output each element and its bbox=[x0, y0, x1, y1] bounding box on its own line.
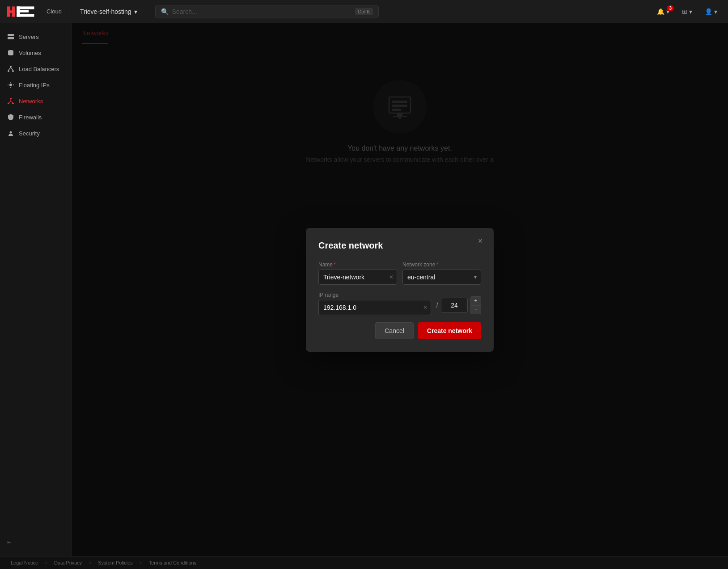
floating-ip-icon bbox=[7, 81, 14, 89]
sidebar-item-floating-ips[interactable]: Floating IPs bbox=[0, 77, 71, 93]
security-icon bbox=[7, 130, 14, 137]
sidebar-item-label: Networks bbox=[19, 98, 43, 105]
sidebar-item-networks[interactable]: Networks bbox=[0, 93, 71, 109]
cancel-button[interactable]: Cancel bbox=[375, 322, 414, 339]
svg-rect-4 bbox=[17, 6, 34, 9]
create-network-button[interactable]: Create network bbox=[418, 322, 481, 339]
content-area: Networks You don't have any networks yet… bbox=[72, 23, 728, 556]
prefix-input[interactable] bbox=[441, 298, 468, 313]
form-group-ip: IP range ✕ bbox=[318, 292, 431, 315]
create-network-modal: × Create network Name* ✕ bbox=[306, 228, 494, 352]
load-balancer-icon bbox=[7, 65, 14, 72]
sidebar-item-label: Load Balancers bbox=[19, 66, 59, 72]
svg-rect-2 bbox=[7, 10, 15, 13]
sidebar-collapse[interactable]: ⇤ bbox=[0, 534, 71, 551]
prefix-decrement-button[interactable]: − bbox=[470, 305, 481, 314]
prefix-group: / + − bbox=[436, 296, 481, 315]
footer-terms[interactable]: Terms and Conditions bbox=[149, 560, 196, 565]
grid-button[interactable]: ⊞ ▾ bbox=[678, 6, 696, 17]
network-zone-label: Network zone* bbox=[402, 261, 481, 268]
svg-point-22 bbox=[10, 131, 12, 134]
grid-icon: ⊞ bbox=[682, 8, 687, 15]
network-icon bbox=[7, 97, 14, 105]
modal-close-button[interactable]: × bbox=[474, 235, 487, 248]
server-icon bbox=[7, 33, 14, 40]
ip-range-label: IP range bbox=[318, 292, 431, 298]
search-placeholder: Search... bbox=[172, 8, 197, 15]
svg-point-10 bbox=[10, 66, 12, 67]
network-zone-select-wrapper: eu-central us-east us-west ap-southeast … bbox=[402, 270, 481, 285]
topbar-right: 🔔 3 ▾ ⊞ ▾ 👤 ▾ bbox=[653, 6, 721, 17]
sidebar-item-volumes[interactable]: Volumes bbox=[0, 45, 71, 61]
sidebar-item-servers[interactable]: Servers bbox=[0, 29, 71, 45]
svg-rect-8 bbox=[8, 37, 14, 39]
page-footer: Legal Notice • Data Privacy • System Pol… bbox=[0, 556, 728, 569]
form-group-network-zone: Network zone* eu-central us-east us-west… bbox=[402, 261, 481, 285]
firewall-icon bbox=[7, 114, 14, 121]
prefix-increment-button[interactable]: + bbox=[470, 296, 481, 305]
sidebar-item-label: Firewalls bbox=[19, 114, 42, 121]
modal-footer: Cancel Create network bbox=[318, 322, 481, 339]
search-icon: 🔍 bbox=[161, 8, 169, 15]
logo: Cloud bbox=[7, 5, 62, 18]
ip-range-input[interactable] bbox=[318, 300, 431, 315]
svg-rect-17 bbox=[8, 103, 9, 104]
footer-system-policies[interactable]: System Policies bbox=[98, 560, 133, 565]
footer-data-privacy[interactable]: Data Privacy bbox=[54, 560, 82, 565]
project-name: Trieve-self-hosting bbox=[80, 8, 131, 15]
prefix-stepper: + − bbox=[470, 296, 481, 314]
name-input-wrapper: ✕ bbox=[318, 270, 397, 285]
notifications-button[interactable]: 🔔 3 ▾ bbox=[653, 6, 673, 17]
ip-slash-divider: / bbox=[436, 301, 438, 309]
volumes-icon bbox=[7, 49, 14, 56]
user-icon: 👤 bbox=[705, 8, 712, 15]
sidebar-item-security[interactable]: Security bbox=[0, 125, 71, 141]
sidebar-item-load-balancers[interactable]: Load Balancers bbox=[0, 61, 71, 77]
cloud-label: Cloud bbox=[47, 8, 62, 15]
modal-overlay: × Create network Name* ✕ bbox=[72, 23, 728, 556]
user-dropdown-icon: ▾ bbox=[714, 8, 717, 15]
project-selector[interactable]: Trieve-self-hosting ▾ bbox=[76, 6, 141, 17]
footer-legal-notice[interactable]: Legal Notice bbox=[11, 560, 38, 565]
svg-rect-7 bbox=[8, 34, 14, 36]
name-input[interactable] bbox=[318, 270, 397, 285]
form-row-name-zone: Name* ✕ Network zone* eu-c bbox=[318, 261, 481, 285]
ip-range-input-wrapper: ✕ bbox=[318, 300, 431, 315]
name-clear-button[interactable]: ✕ bbox=[389, 274, 394, 280]
main-layout: Servers Volumes Load Balancers Floating … bbox=[0, 23, 728, 556]
notification-badge: 3 bbox=[667, 5, 674, 11]
grid-dropdown-icon: ▾ bbox=[689, 8, 692, 15]
form-group-name: Name* ✕ bbox=[318, 261, 397, 285]
svg-line-14 bbox=[11, 67, 13, 70]
topbar: Cloud Trieve-self-hosting ▾ 🔍 Search... … bbox=[0, 0, 728, 23]
form-row-ip: IP range ✕ / + − bbox=[318, 292, 481, 315]
svg-rect-5 bbox=[17, 14, 34, 17]
sidebar-item-label: Floating IPs bbox=[19, 82, 50, 89]
sidebar-item-firewalls[interactable]: Firewalls bbox=[0, 109, 71, 125]
sidebar-item-label: Security bbox=[19, 130, 40, 137]
nav-divider bbox=[69, 6, 69, 17]
modal-title: Create network bbox=[318, 240, 481, 251]
sidebar: Servers Volumes Load Balancers Floating … bbox=[0, 23, 72, 556]
svg-point-15 bbox=[9, 84, 12, 86]
name-label: Name* bbox=[318, 261, 397, 268]
project-dropdown-icon: ▾ bbox=[134, 8, 137, 15]
user-button[interactable]: 👤 ▾ bbox=[701, 6, 721, 17]
svg-rect-6 bbox=[17, 10, 29, 12]
bell-icon: 🔔 bbox=[657, 8, 665, 15]
hetzner-logo-icon bbox=[7, 5, 43, 18]
svg-rect-16 bbox=[10, 98, 12, 99]
svg-line-20 bbox=[8, 101, 11, 103]
search-shortcut: Ctrl K bbox=[355, 8, 373, 15]
search-bar[interactable]: 🔍 Search... Ctrl K bbox=[155, 5, 379, 18]
network-zone-select[interactable]: eu-central us-east us-west ap-southeast bbox=[402, 270, 481, 285]
svg-line-13 bbox=[8, 67, 11, 70]
svg-point-12 bbox=[12, 70, 14, 72]
ip-clear-button[interactable]: ✕ bbox=[423, 304, 427, 311]
sidebar-item-label: Servers bbox=[19, 34, 39, 40]
sidebar-item-label: Volumes bbox=[19, 50, 41, 56]
svg-line-21 bbox=[11, 101, 13, 103]
svg-point-11 bbox=[8, 70, 9, 72]
svg-rect-18 bbox=[12, 103, 14, 104]
